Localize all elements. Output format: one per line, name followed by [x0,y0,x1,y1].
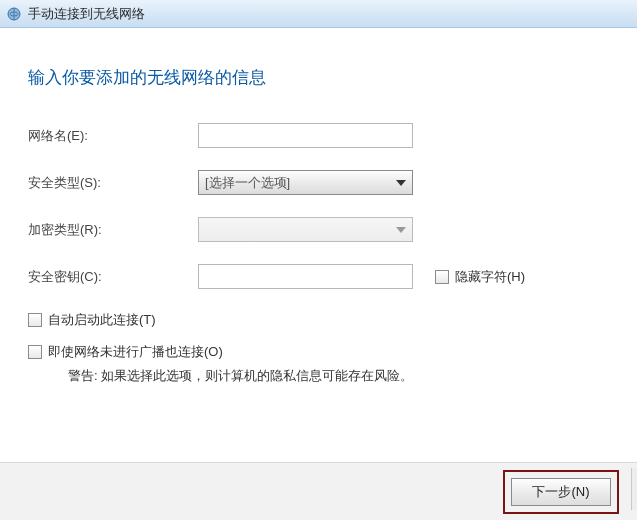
window-titlebar: 手动连接到无线网络 [0,0,637,28]
page-heading: 输入你要添加的无线网络的信息 [28,66,609,89]
row-autostart: 自动启动此连接(T) [28,311,609,329]
network-name-input[interactable] [198,123,413,148]
cancel-button-edge[interactable] [631,468,637,510]
hide-chars-checkbox[interactable] [435,270,449,284]
row-network-name: 网络名(E): [28,123,609,148]
security-key-input[interactable] [198,264,413,289]
wizard-footer: 下一步(N) [0,462,637,520]
next-button-label: 下一步(N) [532,483,589,501]
window-title: 手动连接到无线网络 [28,5,145,23]
row-security-key: 安全密钥(C): 隐藏字符(H) [28,264,609,289]
row-connect-nobroadcast: 即使网络未进行广播也连接(O) [28,343,609,361]
row-security-type: 安全类型(S): [选择一个选项] [28,170,609,195]
security-type-selected: [选择一个选项] [205,174,290,192]
chevron-down-icon [396,180,406,186]
encryption-type-dropdown[interactable] [198,217,413,242]
network-icon [6,6,22,22]
label-network-name: 网络名(E): [28,127,198,145]
next-button-highlight: 下一步(N) [503,470,619,514]
next-button[interactable]: 下一步(N) [511,478,611,506]
security-type-dropdown[interactable]: [选择一个选项] [198,170,413,195]
chevron-down-icon [396,227,406,233]
autostart-label: 自动启动此连接(T) [48,311,156,329]
hide-chars-label: 隐藏字符(H) [455,268,525,286]
hide-chars-wrap: 隐藏字符(H) [435,268,525,286]
label-encryption-type: 加密类型(R): [28,221,198,239]
broadcast-warning: 警告: 如果选择此选项，则计算机的隐私信息可能存在风险。 [68,367,609,385]
label-security-key: 安全密钥(C): [28,268,198,286]
wizard-page: 输入你要添加的无线网络的信息 网络名(E): 安全类型(S): [选择一个选项]… [0,28,637,395]
row-encryption-type: 加密类型(R): [28,217,609,242]
label-security-type: 安全类型(S): [28,174,198,192]
connect-nobroadcast-label: 即使网络未进行广播也连接(O) [48,343,223,361]
connect-nobroadcast-checkbox[interactable] [28,345,42,359]
autostart-checkbox[interactable] [28,313,42,327]
